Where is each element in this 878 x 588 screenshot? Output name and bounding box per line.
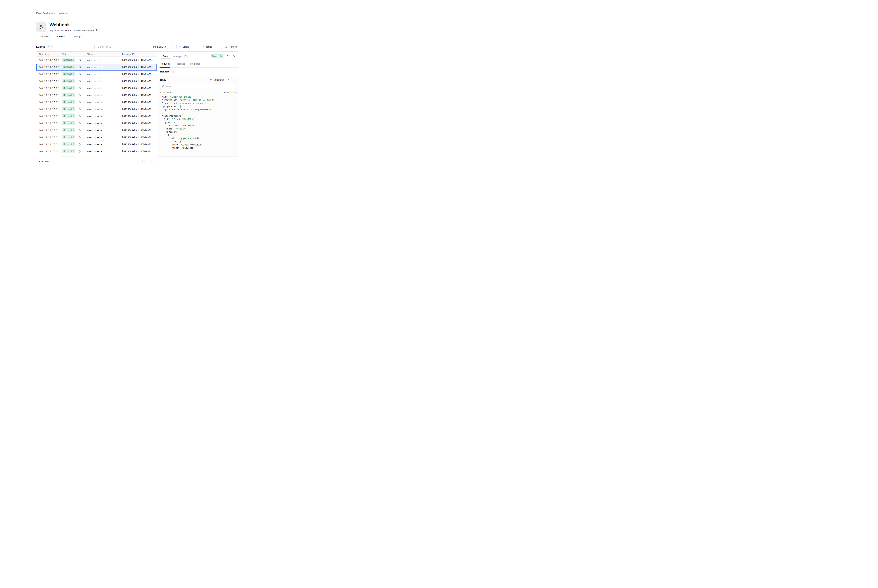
json-line: "id": "QJgg9WrS4vyQPNdR", <box>157 137 239 140</box>
tab-request[interactable]: Request <box>160 61 170 68</box>
json-line: "subscription": { <box>157 114 239 118</box>
json-line: "id": "MJ2oy747MNQXELAo", <box>157 143 239 146</box>
events-heading-group: Events 472 <box>36 45 53 48</box>
json-line: "item": { <box>157 140 239 143</box>
tab-metadata[interactable]: Metadata <box>190 61 200 68</box>
events-main-panel: Timestamp Status Topic Message ID NOV 18… <box>36 51 239 166</box>
collapse-body-button[interactable] <box>233 78 236 82</box>
row-status-cell: Successful <box>62 135 87 139</box>
tab-overview[interactable]: Overview <box>36 35 51 40</box>
json-line: "created_at": "2024-10-10T09:15:50+00:00… <box>157 99 239 102</box>
table-row[interactable]: NOV 18 10:17:22Successfuluser.createdb49… <box>36 106 157 113</box>
body-filter-input[interactable] <box>166 85 234 88</box>
status-badge: Successful <box>62 135 75 139</box>
table-row[interactable]: NOV 18 10:17:22Successfuluser.createdb49… <box>36 127 157 134</box>
table-row[interactable]: NOV 18 10:17:22Successfuluser.createdb49… <box>36 120 157 127</box>
retry-icon[interactable] <box>78 143 81 146</box>
headers-count-badge: 3 <box>171 70 175 74</box>
status-badge: Successful <box>62 142 75 146</box>
retry-icon[interactable] <box>78 80 81 83</box>
row-status-cell: Successful <box>62 114 87 118</box>
refresh-button[interactable]: Refresh <box>223 44 239 49</box>
retry-icon[interactable] <box>78 108 81 111</box>
row-timestamp: NOV 18 10:17:22 <box>36 115 62 118</box>
table-row[interactable]: NOV 18 10:17:22Successfuluser.createdb49… <box>36 57 157 64</box>
table-row[interactable]: NOV 18 10:17:22Successfuluser.createdb49… <box>36 141 157 148</box>
json-line: "id": "gSjvn6eQTBewNWcr", <box>157 118 239 121</box>
table-row[interactable]: NOV 18 10:17:22Successfuluser.createdb49… <box>36 155 157 157</box>
retry-icon[interactable] <box>78 87 81 90</box>
chevron-down-icon <box>233 70 236 73</box>
retry-icon[interactable] <box>78 58 81 62</box>
chevron-left-icon <box>144 160 146 163</box>
row-timestamp: NOV 18 10:17:22 <box>36 143 62 146</box>
row-topic: user.created <box>87 80 122 82</box>
tab-settings[interactable]: Settings <box>71 35 84 40</box>
table-row[interactable]: NOV 18 10:17:22Successfuluser.createdb49… <box>36 134 157 141</box>
table-row[interactable]: NOV 18 10:17:22Successfuluser.createdb49… <box>36 71 157 78</box>
close-panel-button[interactable] <box>233 55 236 58</box>
table-row[interactable]: NOV 18 10:17:22Successfuluser.createdb49… <box>36 99 157 106</box>
row-topic: user.created <box>87 129 122 132</box>
breadcrumb-current[interactable]: Webhook <box>59 12 69 15</box>
json-viewer: "id": "P2NoRtyZoTc46X3B","created_at": "… <box>157 95 239 156</box>
retry-icon[interactable] <box>78 115 81 118</box>
column-timestamp: Timestamp <box>36 53 62 56</box>
json-line: "id": "P2NoRtyZoTc46X3B", <box>157 95 239 99</box>
table-row[interactable]: NOV 18 10:17:22Successfuluser.createdb49… <box>36 92 157 99</box>
event-view-button[interactable]: Event <box>160 54 171 58</box>
json-line: "name": "Requests" <box>157 146 239 150</box>
retry-icon[interactable] <box>78 150 81 153</box>
breadcrumb-parent[interactable]: Event Destinations <box>36 12 55 15</box>
row-topic: user.created <box>87 143 122 146</box>
tab-events[interactable]: Events <box>54 35 67 40</box>
table-row[interactable]: NOV 18 10:17:22Successfuluser.createdb49… <box>36 85 157 92</box>
json-line: "prices": [ <box>157 130 239 134</box>
table-row[interactable]: NOV 18 10:17:22Successfuluser.createdb49… <box>36 78 157 85</box>
time-range-button[interactable]: Last 24h <box>151 44 172 49</box>
events-total: 472events <box>39 160 51 163</box>
table-row[interactable]: NOV 18 10:17:22Successfuluser.createdb49… <box>36 148 157 155</box>
row-message-id: b4925365-b8cf-42b7-a76… <box>122 129 157 132</box>
retry-icon[interactable] <box>78 94 81 97</box>
copy-url-button[interactable] <box>96 29 99 32</box>
status-filter-button[interactable]: Status <box>176 44 195 49</box>
retry-icon[interactable] <box>78 136 81 139</box>
items-summary-toggle[interactable]: {1 item ↑ <box>160 92 171 94</box>
retry-icon[interactable] <box>78 122 81 125</box>
headers-section-toggle[interactable]: Headers 3 <box>157 68 239 76</box>
json-meta-row: {1 item ↑ Collapse all ↑ <box>160 92 236 94</box>
row-timestamp: NOV 18 10:17:22 <box>36 122 62 124</box>
next-page-button[interactable] <box>149 159 154 164</box>
structured-toggle[interactable]: Structured <box>210 79 224 81</box>
body-section: Body Structured <box>157 76 239 157</box>
copy-body-button[interactable] <box>227 78 230 82</box>
prev-page-button[interactable] <box>143 159 147 164</box>
filter-by-id-input[interactable] <box>100 45 144 48</box>
tab-response[interactable]: Response <box>174 61 185 68</box>
retry-icon[interactable] <box>78 129 81 132</box>
json-line: "type": "subscription.plan_changed", <box>157 102 239 105</box>
url-row: http://mock.hookdeck.com/webhooks/events <box>50 29 99 32</box>
table-row[interactable]: NOV 18 10:17:22Successfuluser.createdb49… <box>36 64 157 71</box>
row-message-id: b4925365-b8cf-42b7-a76… <box>122 122 157 124</box>
topics-filter-button[interactable]: Topics <box>200 44 218 49</box>
chevron-down-icon <box>191 46 193 48</box>
events-count-badge: 472 <box>47 45 53 48</box>
retry-event-button[interactable] <box>227 55 230 58</box>
collapse-all-button[interactable]: Collapse all ↑ <box>223 92 236 94</box>
row-topic: user.created <box>87 73 122 75</box>
attempts-label: Attempts <box>173 55 182 57</box>
attempts-view-button[interactable]: Attempts 3 <box>173 55 188 58</box>
table-row[interactable]: NOV 18 10:17:22Successfuluser.createdb49… <box>36 113 157 120</box>
retry-icon[interactable] <box>78 73 81 76</box>
row-message-id: b4925365-b8cf-42b7-a76… <box>122 115 157 118</box>
retry-icon[interactable] <box>78 101 81 104</box>
events-table-body: NOV 18 10:17:22Successfuluser.createdb49… <box>36 57 157 157</box>
column-topic: Topic <box>87 53 122 56</box>
row-topic: user.created <box>87 87 122 90</box>
webhook-url: http://mock.hookdeck.com/webhooks/events <box>50 29 94 32</box>
row-status-cell: Successful <box>62 107 87 111</box>
copy-icon <box>227 79 230 81</box>
retry-icon[interactable] <box>78 66 81 69</box>
